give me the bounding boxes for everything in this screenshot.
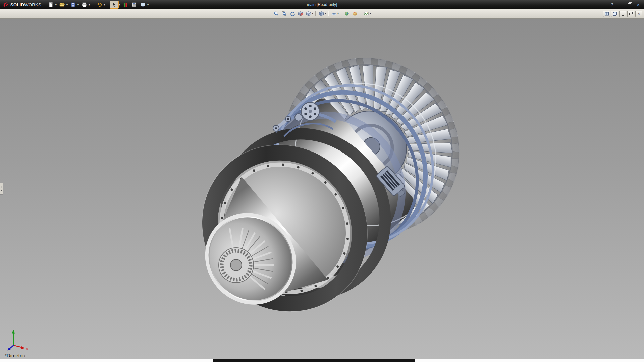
toolbar-separator — [93, 2, 93, 8]
undo-button[interactable] — [95, 1, 104, 9]
dropdown-caret-icon[interactable]: ▾ — [312, 12, 313, 15]
restore-button[interactable] — [626, 1, 633, 8]
taskbar-dark-segment — [213, 359, 415, 362]
triad-x-axis — [13, 345, 22, 348]
edit-appearance-button[interactable] — [343, 10, 351, 17]
dropdown-caret-icon[interactable]: ▾ — [337, 12, 339, 15]
taskbar-sliver — [0, 359, 644, 362]
new-document-icon — [48, 2, 54, 8]
split-window-button[interactable] — [603, 11, 610, 17]
save-floppy-icon — [70, 2, 76, 8]
orientation-cube-icon — [306, 11, 311, 16]
jet-engine-model[interactable] — [196, 44, 491, 315]
dropdown-caret-icon[interactable]: ▾ — [66, 3, 68, 6]
glasses-icon — [331, 11, 337, 16]
brand-text-solid: SOLID — [10, 2, 24, 7]
apply-scene-button[interactable] — [351, 10, 359, 17]
magnifier-icon — [274, 11, 279, 16]
open-document-button[interactable] — [58, 1, 66, 9]
scene-photo-icon — [364, 11, 369, 16]
triad-x-label: x — [26, 347, 28, 351]
document-window-controls: × — [603, 11, 642, 17]
printer-icon — [81, 2, 87, 8]
section-cube-icon — [298, 11, 303, 16]
chevron-right-icon — [1, 189, 2, 191]
brand-text-works: WORKS — [24, 2, 41, 7]
dropdown-caret-icon[interactable]: ▾ — [119, 3, 120, 6]
previous-view-button[interactable] — [288, 10, 297, 17]
display-settings-button[interactable] — [139, 1, 147, 9]
dropdown-caret-icon[interactable]: ▾ — [147, 3, 149, 6]
monitor-icon — [140, 2, 146, 8]
window-controls: ? – × — [608, 1, 642, 8]
select-cursor-icon — [111, 2, 117, 8]
split-window-icon — [604, 12, 609, 16]
restore-icon — [628, 3, 631, 6]
chevron-left-icon — [1, 186, 2, 188]
doc-restore-button[interactable] — [627, 11, 634, 17]
toolbar-separator — [108, 2, 108, 8]
triad-z-axis — [10, 345, 13, 349]
dassault-systemes-logo-icon — [3, 2, 9, 8]
previous-view-arrow-icon — [290, 11, 295, 16]
dropdown-caret-icon[interactable]: ▾ — [370, 12, 371, 15]
undo-arrow-icon — [96, 2, 102, 8]
magnifier-area-icon — [282, 11, 287, 16]
minimize-button[interactable]: – — [617, 1, 625, 8]
red-green-bars-icon — [122, 2, 128, 8]
print-button[interactable] — [80, 1, 89, 9]
view-toolbar: ▾ ▾ ▾ — [272, 10, 372, 17]
panel-splitter-handle[interactable] — [0, 183, 3, 195]
document-title: main [Read-only] — [307, 0, 337, 9]
minimize-icon — [622, 15, 624, 16]
help-button[interactable]: ? — [608, 1, 616, 8]
restore-icon — [629, 13, 632, 15]
toolbar-separator — [315, 11, 316, 16]
standard-toolbar: ▾ ▾ ▾ ▾ — [47, 1, 150, 9]
appearance-ball-icon — [344, 11, 350, 16]
solidworks-window: SOLIDWORKS ▾ ▾ ▾ — [0, 0, 644, 362]
graphics-area[interactable]: x *Dimetric — [0, 19, 644, 359]
shaded-cube-icon — [319, 11, 324, 16]
scene-ball-icon — [352, 11, 358, 16]
view-settings-button[interactable] — [362, 10, 370, 17]
select-tool-button[interactable] — [110, 1, 119, 9]
display-style-button[interactable] — [317, 10, 325, 17]
arrange-windows-button[interactable] — [611, 11, 618, 17]
toolbar-separator — [328, 11, 329, 16]
headsup-toolbar-row: ▾ ▾ ▾ — [0, 9, 644, 19]
orientation-triad: x — [6, 326, 30, 352]
open-folder-icon — [59, 2, 65, 8]
hide-show-items-button[interactable] — [330, 10, 338, 17]
dropdown-caret-icon[interactable]: ▾ — [104, 3, 105, 6]
dropdown-caret-icon[interactable]: ▾ — [55, 3, 57, 6]
dropdown-caret-icon[interactable]: ▾ — [77, 3, 79, 6]
dropdown-caret-icon[interactable]: ▾ — [89, 3, 90, 6]
dropdown-caret-icon[interactable]: ▾ — [325, 12, 326, 15]
cascade-windows-icon — [612, 12, 617, 16]
task-pane-button[interactable] — [130, 1, 139, 9]
zoom-to-fit-button[interactable] — [272, 10, 280, 17]
doc-close-button[interactable]: × — [635, 11, 642, 17]
clipboard-icon — [131, 2, 137, 8]
section-view-button[interactable] — [297, 10, 305, 17]
doc-minimize-button[interactable] — [619, 11, 626, 17]
close-button[interactable]: × — [635, 1, 642, 8]
zoom-to-area-button[interactable] — [280, 10, 288, 17]
view-orientation-button[interactable] — [305, 10, 313, 17]
color-bars-button[interactable] — [121, 1, 130, 9]
titlebar: SOLIDWORKS ▾ ▾ ▾ — [0, 0, 644, 9]
view-orientation-label: *Dimetric — [5, 353, 25, 358]
new-document-button[interactable] — [47, 1, 55, 9]
solidworks-logo: SOLIDWORKS — [3, 2, 41, 8]
save-button[interactable] — [69, 1, 77, 9]
